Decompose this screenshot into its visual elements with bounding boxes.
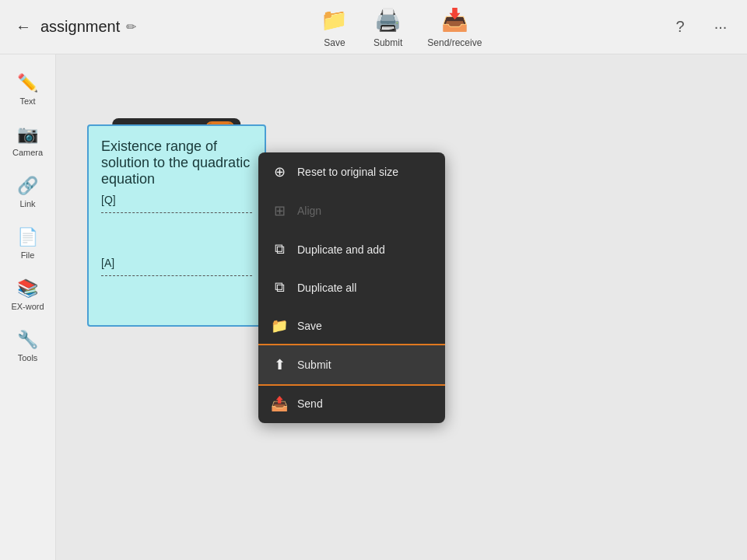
save-icon-container: 📁	[321, 6, 349, 34]
sidebar-item-exword[interactable]: 📚 EX-word	[5, 272, 51, 317]
menu-save-label: Save	[297, 320, 322, 332]
help-button[interactable]: ?	[666, 13, 694, 41]
sidebar-item-camera[interactable]: 📷 Camera	[5, 118, 51, 163]
menu-duplicate-all-label: Duplicate all	[297, 282, 356, 294]
menu-submit-icon: ⬆	[271, 356, 288, 373]
file-icon: 📄	[17, 227, 38, 247]
menu-item-save[interactable]: 📁 Save	[258, 306, 445, 345]
menu-item-duplicate-add[interactable]: ⧉ Duplicate and add	[258, 230, 445, 268]
back-icon: ←	[16, 18, 31, 35]
card-wrapper: Edit 🗑 ··· Existence range of solution t…	[87, 124, 266, 327]
header: ← assignment ✏ 📁 Save 🖨️ Submit 📥 Send/r…	[0, 0, 747, 54]
duplicate-add-icon: ⧉	[271, 241, 288, 257]
menu-save-icon: 📁	[271, 317, 288, 334]
submit-action[interactable]: 🖨️ Submit	[374, 6, 402, 48]
assignment-card: Existence range of solution to the quadr…	[87, 124, 266, 327]
reset-size-icon: ⊕	[271, 163, 288, 180]
main-content: Edit 🗑 ··· Existence range of solution t…	[56, 54, 747, 560]
card-divider-2	[101, 275, 252, 276]
save-action[interactable]: 📁 Save	[321, 6, 349, 48]
sidebar-item-tools[interactable]: 🔧 Tools	[5, 324, 51, 369]
help-icon: ?	[675, 18, 684, 36]
sendreceive-action[interactable]: 📥 Send/receive	[427, 6, 482, 48]
sidebar-link-label: Link	[19, 199, 35, 208]
menu-item-duplicate-all[interactable]: ⧉ Duplicate all	[258, 268, 445, 306]
menu-reset-label: Reset to original size	[297, 166, 398, 178]
header-left: ← assignment ✏	[12, 15, 136, 39]
card-a-label: [A]	[101, 257, 252, 269]
sidebar-camera-label: Camera	[12, 148, 43, 157]
sidebar-exword-label: EX-word	[11, 302, 44, 311]
header-right: ? ···	[666, 13, 735, 41]
align-icon: ⊞	[271, 202, 288, 219]
card-answer-area	[101, 219, 252, 250]
sidebar: ✏️ Text 📷 Camera 🔗 Link 📄 File 📚 EX-word…	[0, 54, 56, 560]
sidebar-tools-label: Tools	[18, 353, 38, 362]
menu-item-reset[interactable]: ⊕ Reset to original size	[258, 152, 445, 191]
menu-item-send[interactable]: 📤 Send	[258, 384, 445, 423]
menu-send-label: Send	[297, 397, 323, 410]
submit-label: Submit	[374, 37, 402, 48]
menu-item-submit[interactable]: ⬆ Submit	[258, 345, 445, 384]
menu-duplicate-add-label: Duplicate and add	[297, 243, 385, 256]
link-icon: 🔗	[17, 176, 38, 196]
tools-icon: 🔧	[17, 330, 38, 350]
duplicate-all-icon: ⧉	[271, 279, 288, 296]
sendreceive-download-icon: 📥	[441, 7, 468, 33]
save-label: Save	[324, 37, 345, 48]
card-q-label: [Q]	[101, 194, 252, 206]
back-button[interactable]: ←	[12, 15, 34, 39]
text-tool-icon: ✏️	[17, 73, 38, 93]
camera-icon: 📷	[17, 124, 38, 145]
sendreceive-icon-container: 📥	[440, 6, 468, 34]
card-question-text: Existence range of solution to the quadr…	[101, 138, 252, 187]
menu-align-label: Align	[297, 205, 321, 217]
card-divider-1	[101, 212, 252, 213]
menu-submit-label: Submit	[297, 359, 331, 371]
page-title: assignment	[40, 18, 120, 36]
context-menu: ⊕ Reset to original size ⊞ Align ⧉ Dupli…	[258, 152, 445, 423]
sendreceive-label: Send/receive	[427, 37, 482, 48]
header-center: 📁 Save 🖨️ Submit 📥 Send/receive	[136, 6, 666, 48]
exword-icon: 📚	[17, 278, 38, 299]
sidebar-item-text[interactable]: ✏️ Text	[5, 67, 51, 112]
menu-item-align: ⊞ Align	[258, 191, 445, 230]
more-dots-icon: ···	[714, 18, 728, 36]
menu-send-icon: 📤	[271, 395, 288, 412]
sidebar-text-label: Text	[19, 96, 35, 106]
submit-icon-container: 🖨️	[374, 6, 402, 34]
sidebar-item-file[interactable]: 📄 File	[5, 221, 51, 266]
save-folder-icon: 📁	[321, 7, 348, 33]
header-more-button[interactable]: ···	[707, 13, 735, 41]
sidebar-item-link[interactable]: 🔗 Link	[5, 170, 51, 215]
submit-printer-icon: 🖨️	[374, 7, 402, 33]
sidebar-file-label: File	[21, 250, 35, 260]
edit-title-icon[interactable]: ✏	[126, 19, 136, 34]
